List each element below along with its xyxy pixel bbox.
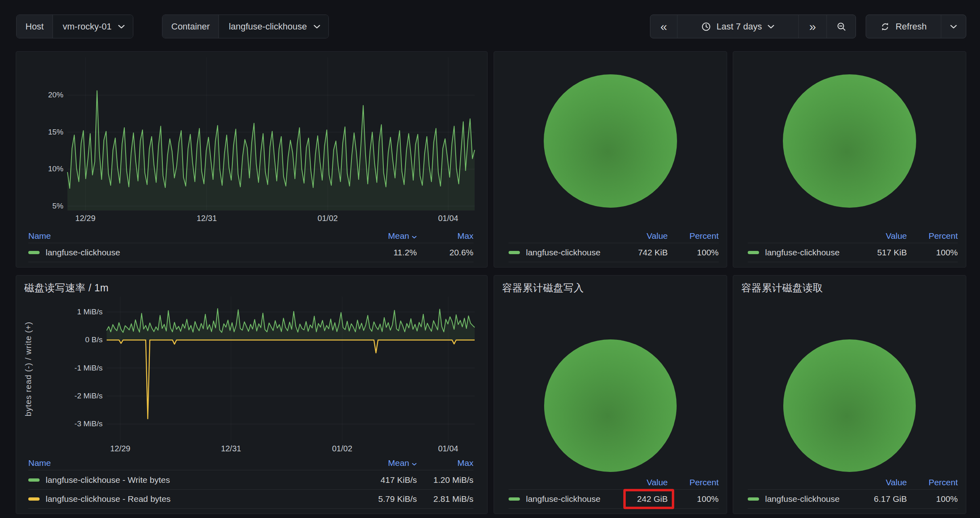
refresh-button[interactable]: Refresh — [866, 15, 941, 38]
y-axis-title: bytes read (-) / write (+) — [24, 321, 33, 416]
panel-title[interactable]: 容器累计磁盘写入 — [494, 276, 727, 295]
y-axis-tick-label: 5% — [16, 202, 63, 211]
cpu-usage-chart-area[interactable]: 5%10%15%20%12/2912/3101/0201/04 — [16, 52, 487, 229]
refresh-icon — [880, 22, 890, 32]
legend-header-name[interactable]: Name — [28, 231, 352, 241]
chevron-down-icon — [313, 25, 320, 29]
pie-slice-langfuse-clickhouse[interactable] — [783, 339, 916, 472]
disk-rate-chart-area[interactable]: 1 MiB/s0 B/s-1 MiB/s-2 MiB/s-3 MiB/s12/2… — [16, 295, 487, 456]
panel-disk-rw-rate: 磁盘读写速率 / 1m 1 MiB/s0 B/s-1 MiB/s-2 MiB/s… — [16, 275, 488, 514]
series-toggle[interactable]: langfuse-clickhouse — [748, 248, 858, 257]
legend-header-value[interactable]: Value — [619, 478, 668, 487]
disk-rate-legend: Name Mean Max langfuse-clickhouse - Writ… — [16, 456, 487, 514]
clock-icon — [701, 22, 711, 32]
pie-slice-langfuse-clickhouse[interactable] — [544, 339, 677, 472]
chevron-down-icon — [950, 25, 957, 29]
panel-pie-top-left: Value Percent langfuse-clickhouse 742 Ki… — [494, 51, 727, 267]
panel-disk-read-total: 容器累计磁盘读取 Value Percent langfuse-clickhou… — [733, 275, 966, 514]
series-color-swatch — [748, 497, 759, 501]
value-cell: 242 GiB — [619, 494, 668, 504]
legend-header-name[interactable]: Name — [28, 458, 352, 468]
mean-value: 5.79 KiB/s — [352, 494, 417, 504]
legend-row: langfuse-clickhouse 11.2% 20.6% — [28, 243, 473, 262]
series-toggle[interactable]: langfuse-clickhouse — [748, 494, 858, 504]
legend-header-value[interactable]: Value — [619, 231, 668, 241]
plot[interactable] — [67, 57, 475, 211]
series-toggle[interactable]: langfuse-clickhouse — [509, 494, 619, 504]
x-axis-tick-label: 12/31 — [187, 214, 227, 223]
legend-header-row: Value Percent — [748, 476, 958, 489]
series-color-swatch — [748, 251, 759, 254]
zoom-out-icon — [837, 22, 846, 32]
time-control-group: « Last 7 days » — [650, 15, 856, 38]
mean-value: 417 KiB/s — [352, 475, 417, 485]
host-select[interactable]: vm-rocky-01 — [53, 15, 133, 38]
container-value: langfuse-clickhouse — [229, 21, 307, 32]
time-zoom-out-button[interactable] — [826, 15, 856, 38]
legend-header-mean[interactable]: Mean — [352, 458, 417, 468]
y-axis-tick-label: 10% — [16, 164, 63, 173]
value-cell: 742 KiB — [619, 248, 668, 257]
refresh-control-group: Refresh — [866, 15, 966, 38]
sort-caret-icon — [412, 463, 417, 466]
sort-caret-icon — [412, 236, 417, 239]
legend-header-percent[interactable]: Percent — [907, 478, 958, 487]
max-value: 1.20 MiB/s — [417, 475, 473, 485]
panel-cpu-usage: 5%10%15%20%12/2912/3101/0201/04 Name Mea… — [16, 51, 488, 267]
x-axis-tick-label: 12/29 — [100, 444, 141, 453]
dashboard-toolbar: Host vm-rocky-01 Container langfuse-clic… — [0, 0, 980, 51]
chevron-down-icon — [118, 25, 125, 29]
pie-slice-langfuse-clickhouse[interactable] — [783, 74, 916, 208]
series-color-swatch — [28, 478, 40, 482]
container-select[interactable]: langfuse-clickhouse — [219, 15, 328, 38]
legend-header-percent[interactable]: Percent — [668, 478, 719, 487]
legend-header-row: Name Mean Max — [28, 229, 473, 243]
mean-value: 11.2% — [352, 248, 417, 257]
y-axis-tick-label: 1 MiB/s — [16, 307, 103, 316]
pie-legend: Value Percent langfuse-clickhouse 6.17 G… — [733, 476, 966, 514]
series-toggle[interactable]: langfuse-clickhouse - Read bytes — [28, 494, 352, 504]
legend-row: langfuse-clickhouse 742 KiB 100% — [509, 243, 719, 262]
legend-header-percent[interactable]: Percent — [668, 231, 719, 241]
legend-header-max[interactable]: Max — [417, 231, 473, 241]
time-range-picker[interactable]: Last 7 days — [677, 15, 798, 38]
x-axis-tick-label: 01/02 — [307, 214, 348, 223]
host-value: vm-rocky-01 — [63, 21, 111, 32]
legend-header-max[interactable]: Max — [417, 458, 473, 468]
pie-slice-langfuse-clickhouse[interactable] — [544, 74, 677, 208]
legend-header-value[interactable]: Value — [858, 478, 907, 487]
panel-title[interactable]: 容器累计磁盘读取 — [733, 276, 966, 295]
legend-row: langfuse-clickhouse - Read bytes 5.79 Ki… — [28, 489, 473, 509]
legend-header-value[interactable]: Value — [858, 231, 907, 241]
legend-header-percent[interactable]: Percent — [907, 231, 958, 241]
series-toggle[interactable]: langfuse-clickhouse — [509, 248, 619, 257]
x-axis-tick-label: 01/02 — [322, 444, 362, 453]
pie-legend: Value Percent langfuse-clickhouse 242 Gi… — [494, 476, 727, 514]
double-chevron-left-icon: « — [660, 21, 667, 33]
time-shift-back-button[interactable]: « — [650, 15, 677, 38]
series-color-swatch — [28, 251, 40, 254]
container-label: Container — [162, 15, 219, 38]
series-color-swatch — [509, 497, 520, 501]
pie-legend: Value Percent langfuse-clickhouse 742 Ki… — [494, 229, 727, 267]
legend-header-mean[interactable]: Mean — [352, 231, 417, 241]
plot[interactable] — [107, 297, 475, 441]
chevron-down-icon — [768, 25, 774, 29]
legend-header-row: Name Mean Max — [28, 456, 473, 470]
x-axis-tick-label: 01/04 — [428, 444, 468, 453]
series-color-swatch — [509, 251, 520, 254]
max-value: 2.81 MiB/s — [417, 494, 473, 504]
percent-cell: 100% — [668, 248, 719, 257]
series-toggle[interactable]: langfuse-clickhouse — [28, 248, 352, 257]
time-shift-forward-button[interactable]: » — [798, 15, 826, 38]
series-toggle[interactable]: langfuse-clickhouse - Write bytes — [28, 475, 352, 485]
pie-chart-area — [733, 295, 966, 476]
panel-title[interactable]: 磁盘读写速率 / 1m — [16, 276, 487, 295]
legend-row: langfuse-clickhouse 6.17 GiB 100% — [748, 489, 958, 509]
pie-chart-area — [494, 295, 727, 476]
y-axis-tick-label: 15% — [16, 128, 63, 137]
time-range-label: Last 7 days — [717, 21, 762, 32]
container-variable-control: Container langfuse-clickhouse — [162, 15, 329, 38]
refresh-interval-dropdown[interactable] — [941, 15, 966, 38]
panel-pie-top-right: Value Percent langfuse-clickhouse 517 Ki… — [733, 51, 966, 267]
